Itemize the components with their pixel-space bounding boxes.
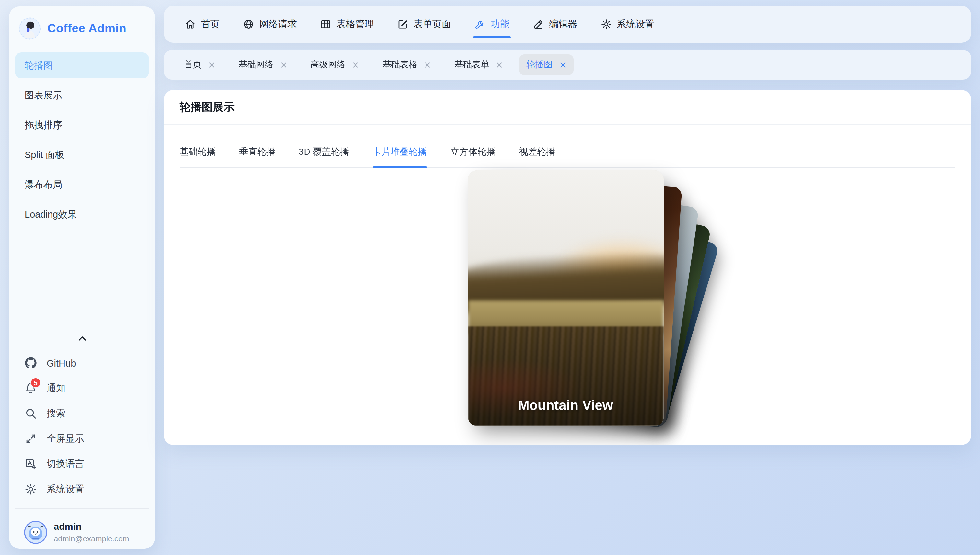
tab-label: 3D 覆盖轮播 (299, 146, 349, 157)
page-background: Coffee Admin 轮播图 图表展示 拖拽排序 Split 面板 瀑布布局… (0, 0, 980, 555)
brand: Coffee Admin (9, 6, 155, 53)
sidebar-footer-label: 全屏显示 (47, 433, 84, 445)
sidebar-item-split-panel[interactable]: Split 面板 (15, 142, 149, 168)
sidebar-item-charts[interactable]: 图表展示 (15, 82, 149, 108)
close-icon[interactable] (424, 61, 431, 68)
sidebar-item-waterfall[interactable]: 瀑布布局 (15, 172, 149, 197)
sidebar-item-language[interactable]: 切换语言 (15, 451, 149, 476)
brand-logo-avatar (19, 18, 41, 40)
tab-label: 垂直轮播 (239, 146, 275, 157)
user-meta: admin admin@example.com (54, 521, 129, 544)
sidebar-item-search[interactable]: 搜索 (15, 401, 149, 426)
tab-card-stack[interactable]: 卡片堆叠轮播 (373, 146, 427, 167)
tag-chip-basic-network[interactable]: 基础网络 (232, 55, 294, 75)
tab-vertical-carousel[interactable]: 垂直轮播 (239, 146, 275, 167)
search-icon (25, 407, 37, 420)
sidebar-item-carousel[interactable]: 轮播图 (15, 53, 149, 79)
sidebar-item-label: 拖拽排序 (25, 119, 62, 131)
sidebar-footer-label: 系统设置 (47, 483, 84, 496)
sidebar-item-label: Split 面板 (25, 149, 64, 161)
tag-chip-carousel[interactable]: 轮播图 (519, 55, 573, 75)
sidebar-item-loading[interactable]: Loading效果 (15, 201, 149, 227)
chevron-up-icon (77, 334, 87, 344)
form-icon (397, 19, 408, 30)
fullscreen-icon (25, 433, 37, 445)
nav-item-editor[interactable]: 编辑器 (533, 6, 577, 43)
tag-label: 基础表单 (454, 59, 489, 71)
tag-label: 基础网络 (238, 59, 274, 71)
nav-item-label: 表单页面 (414, 18, 451, 30)
nav-item-home[interactable]: 首页 (185, 6, 220, 43)
tag-label: 高级网络 (311, 59, 346, 71)
table-icon (320, 19, 331, 30)
home-icon (185, 19, 196, 30)
carousel-card-front[interactable]: Mountain View (468, 170, 663, 426)
tab-basic-carousel[interactable]: 基础轮播 (180, 146, 216, 167)
brand-title: Coffee Admin (47, 21, 126, 35)
pen-icon (533, 19, 544, 30)
collapse-button[interactable] (15, 331, 149, 350)
gear-icon (600, 19, 611, 30)
sidebar-item-label: Loading效果 (25, 208, 77, 220)
carousel-stage: Mountain View (164, 168, 971, 440)
sidebar-footer-label: 通知 (47, 382, 66, 395)
carousel-tabs: 基础轮播 垂直轮播 3D 覆盖轮播 卡片堆叠轮播 立方体轮播 视差轮播 (180, 146, 955, 168)
close-icon[interactable] (208, 61, 215, 68)
globe-icon (243, 19, 254, 30)
tab-label: 卡片堆叠轮播 (373, 146, 427, 157)
sidebar-footer-label: 切换语言 (47, 458, 84, 470)
sidebar-item-label: 瀑布布局 (25, 178, 62, 191)
main-panel-header: 轮播图展示 (164, 90, 971, 125)
tag-chip-home[interactable]: 首页 (177, 55, 222, 75)
sidebar-menu: 轮播图 图表展示 拖拽排序 Split 面板 瀑布布局 Loading效果 (9, 53, 155, 227)
page-title: 轮播图展示 (180, 100, 235, 115)
sidebar-item-drag-sort[interactable]: 拖拽排序 (15, 112, 149, 138)
nav-item-settings[interactable]: 系统设置 (600, 6, 654, 43)
carousel-caption: Mountain View (468, 398, 663, 413)
nav-item-label: 功能 (491, 18, 509, 30)
tab-label: 立方体轮播 (451, 146, 496, 157)
bell-icon: 5 (25, 382, 37, 395)
language-icon (25, 458, 37, 470)
tab-parallax-carousel[interactable]: 视差轮播 (519, 146, 555, 167)
nav-item-network[interactable]: 网络请求 (243, 6, 297, 43)
sidebar-item-settings[interactable]: 系统设置 (15, 476, 149, 502)
user-name: admin (54, 521, 129, 533)
close-icon[interactable] (559, 61, 566, 68)
wrench-icon (475, 19, 486, 30)
github-icon (25, 357, 37, 369)
nav-item-tables[interactable]: 表格管理 (320, 6, 374, 43)
nav-item-forms[interactable]: 表单页面 (397, 6, 451, 43)
user-avatar (24, 521, 47, 544)
sidebar-item-github[interactable]: GitHub (15, 350, 149, 375)
close-icon[interactable] (280, 61, 287, 68)
sidebar: Coffee Admin 轮播图 图表展示 拖拽排序 Split 面板 瀑布布局… (9, 6, 155, 549)
sidebar-item-label: 图表展示 (25, 89, 62, 101)
notification-badge: 5 (31, 377, 41, 388)
nav-item-label: 系统设置 (617, 18, 654, 30)
main-panel: 轮播图展示 基础轮播 垂直轮播 3D 覆盖轮播 卡片堆叠轮播 立方体轮播 视差轮… (164, 90, 971, 445)
top-navbar: 首页 网络请求 表格管理 表单页面 功能 编辑器 系统设置 (164, 6, 971, 43)
tag-label: 基础表格 (382, 59, 417, 71)
close-icon[interactable] (496, 61, 503, 68)
tag-chip-basic-table[interactable]: 基础表格 (375, 55, 438, 75)
tag-chip-basic-form[interactable]: 基础表单 (447, 55, 510, 75)
tag-label: 轮播图 (526, 59, 552, 71)
sidebar-item-fullscreen[interactable]: 全屏显示 (15, 426, 149, 451)
card-deck: Mountain View (468, 170, 663, 426)
nav-item-features[interactable]: 功能 (475, 6, 509, 43)
tags-bar: 首页 基础网络 高级网络 基础表格 基础表单 轮播图 (164, 50, 971, 80)
tab-3d-coverflow[interactable]: 3D 覆盖轮播 (299, 146, 349, 167)
sidebar-item-notifications[interactable]: 5 通知 (15, 375, 149, 401)
nav-item-label: 编辑器 (549, 18, 577, 30)
close-icon[interactable] (352, 61, 359, 68)
user-profile[interactable]: admin admin@example.com (15, 508, 149, 549)
nav-item-label: 网络请求 (259, 18, 297, 30)
nav-item-label: 首页 (201, 18, 220, 30)
tab-cube-carousel[interactable]: 立方体轮播 (451, 146, 496, 167)
nav-item-label: 表格管理 (336, 18, 374, 30)
gear-icon (25, 483, 37, 496)
tag-chip-advanced-network[interactable]: 高级网络 (303, 55, 366, 75)
sidebar-footer: GitHub 5 通知 搜索 全屏显示 (9, 331, 155, 549)
sidebar-item-label: 轮播图 (25, 59, 53, 72)
